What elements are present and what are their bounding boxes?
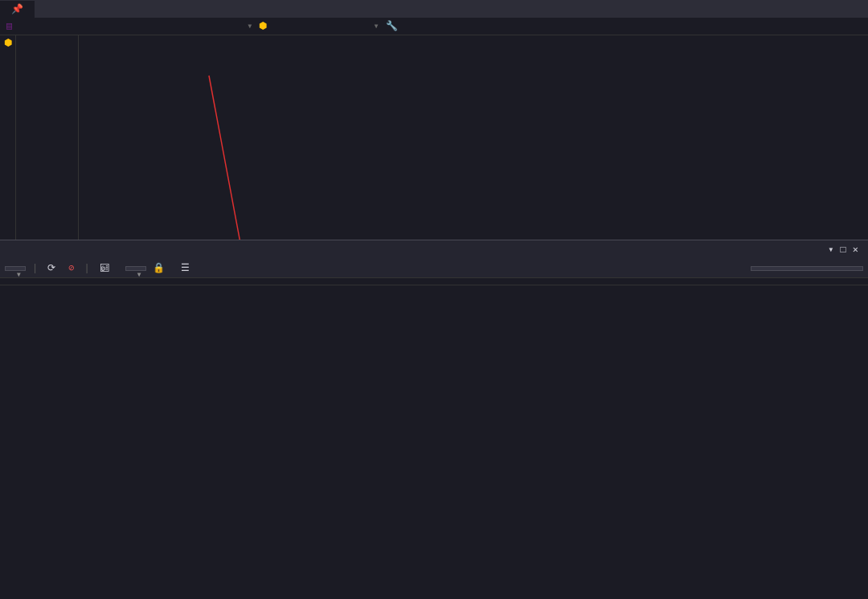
lock-icon[interactable]: 🔒 [153, 262, 165, 274]
breadcrumb-sep: ▾ [247, 20, 252, 32]
toolbar-sep: | [32, 263, 38, 274]
panel-dropdown-icon[interactable]: ▾ [825, 244, 837, 256]
results-tree[interactable] [0, 285, 868, 599]
object-browser-icon[interactable]: ⬢ [0, 37, 15, 49]
code-editor[interactable]: ⬢ [0, 35, 868, 240]
panel-maximize-icon[interactable]: □ [837, 244, 850, 256]
results-column-headers [0, 278, 868, 285]
document-tab-bar: 📌 [0, 0, 868, 18]
breadcrumb-project[interactable]: ▤ [0, 20, 22, 32]
code-breadcrumb: ▤ ▾ ⬢ ▾ 🔧 [0, 18, 868, 35]
list-view-icon[interactable]: ☰ [178, 262, 193, 274]
document-tab[interactable]: 📌 [0, 1, 35, 18]
wrench-icon: 🔧 [386, 20, 398, 32]
code-area[interactable] [79, 35, 868, 240]
find-references-toolbar: | ⟳ ⊘ | 🗟 🔒 ☰ [0, 259, 868, 278]
breadcrumb-class[interactable]: ⬢ [252, 20, 276, 32]
refresh-icon[interactable]: ⟳ [44, 262, 59, 274]
group-by-dropdown[interactable] [125, 266, 146, 271]
panel-close-icon[interactable]: ✕ [850, 244, 862, 256]
search-references-input[interactable] [751, 266, 863, 271]
breadcrumb-member[interactable]: 🔧 [379, 20, 407, 32]
csharp-icon: ▤ [6, 20, 12, 32]
clear-filter-icon[interactable]: ⊘ [65, 262, 77, 274]
tab-pin-icon[interactable]: 📌 [11, 3, 23, 15]
line-number-gutter [16, 35, 79, 240]
class-icon: ⬢ [259, 20, 267, 32]
breadcrumb-sep-2: ▾ [373, 20, 379, 32]
scope-dropdown[interactable] [5, 266, 26, 271]
toolbar-sep-2: | [84, 263, 89, 274]
find-references-panel-title: ▾ □ ✕ [0, 240, 868, 259]
filter-icon[interactable]: 🗟 [96, 262, 113, 274]
